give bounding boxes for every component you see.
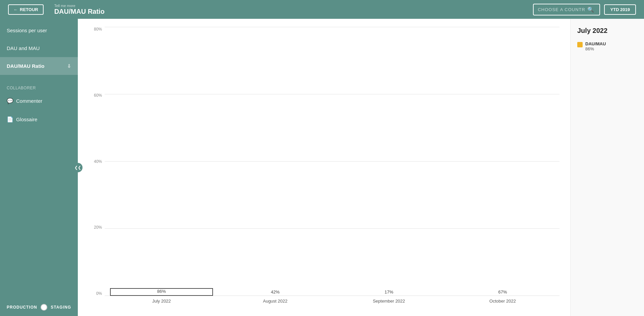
sidebar-item-label: DAU and MAU xyxy=(7,45,40,51)
y-label-20: 20% xyxy=(89,225,105,230)
search-icon: 🔍 xyxy=(587,6,594,13)
legend-period: July 2022 xyxy=(577,27,637,35)
retour-label: RETOUR xyxy=(20,7,38,12)
ytd-button[interactable]: YTD 2019 xyxy=(604,4,636,15)
sidebar-item-sessions-per-user[interactable]: Sessions per user xyxy=(0,21,78,39)
env-toggle[interactable] xyxy=(41,304,48,311)
sidebar-bottom: PRODUCTION STAGING xyxy=(0,299,78,316)
bars-row: 86%42%17%67% xyxy=(105,27,559,296)
y-label-80: 80% xyxy=(89,27,105,32)
comment-icon: 💬 xyxy=(7,98,13,104)
legend-panel: July 2022 DAU/MAU 86% xyxy=(570,19,644,316)
arrow-left-icon: ← xyxy=(13,7,18,12)
sidebar-item-label: Commenter xyxy=(16,98,42,104)
x-label-3: October 2022 xyxy=(446,296,559,308)
header-title: DAU/MAU Ratio xyxy=(54,8,533,15)
share-icon: ⇩ xyxy=(67,63,71,69)
country-search-input[interactable] xyxy=(538,7,585,12)
book-icon: 📄 xyxy=(7,116,13,123)
chart-area: 0% 20% 40% 60% 80% xyxy=(78,19,570,316)
chart-container: 0% 20% 40% 60% 80% xyxy=(89,27,559,308)
header-right: 🔍 YTD 2019 xyxy=(533,4,636,15)
production-label: PRODUCTION xyxy=(7,305,37,310)
bar-group-july-2022[interactable]: 86% xyxy=(105,27,218,296)
legend-item: DAU/MAU 86% xyxy=(577,41,637,51)
bar-label-top: 67% xyxy=(498,289,507,295)
y-label-0: 0% xyxy=(89,291,105,296)
chart-inner: 0% 20% 40% 60% 80% xyxy=(89,27,559,308)
sidebar-item-dau-mau-ratio[interactable]: DAU/MAU Ratio ⇩ xyxy=(0,57,78,75)
main-layout: Sessions per user DAU and MAU DAU/MAU Ra… xyxy=(0,19,644,316)
staging-label: STAGING xyxy=(51,305,71,310)
sidebar-item-label: DAU/MAU Ratio xyxy=(7,63,45,69)
bar-group-october-2022[interactable]: 67% xyxy=(446,27,559,296)
x-labels: July 2022August 2022September 2022Octobe… xyxy=(105,296,559,308)
sidebar-item-glossaire[interactable]: 📄 Glossaire xyxy=(0,110,78,129)
x-label-2: September 2022 xyxy=(332,296,446,308)
x-label-0: July 2022 xyxy=(105,296,218,308)
legend-color-box xyxy=(577,42,583,47)
header-title-group: Tell me more DAU/MAU Ratio xyxy=(54,4,533,15)
legend-metric-name: DAU/MAU xyxy=(585,41,606,46)
header: ← RETOUR Tell me more DAU/MAU Ratio 🔍 YT… xyxy=(0,0,644,19)
bar-label-top: 17% xyxy=(384,289,393,295)
bar-label-top: 42% xyxy=(271,289,279,295)
sidebar-item-commenter[interactable]: 💬 Commenter xyxy=(0,92,78,110)
sidebar-collapse-button[interactable]: ❮❮ xyxy=(73,163,83,172)
y-label-40: 40% xyxy=(89,159,105,164)
sidebar-section-label: Collaborer xyxy=(0,83,78,92)
bar-group-august-2022[interactable]: 42% xyxy=(218,27,332,296)
y-axis: 0% 20% 40% 60% 80% xyxy=(89,27,105,308)
legend-text: DAU/MAU 86% xyxy=(585,41,606,51)
bar-label-top: 86% xyxy=(157,289,166,294)
sidebar: Sessions per user DAU and MAU DAU/MAU Ra… xyxy=(0,19,78,316)
chart-plot: 86%42%17%67% July 2022August 2022Septemb… xyxy=(105,27,559,308)
sidebar-item-dau-and-mau[interactable]: DAU and MAU xyxy=(0,39,78,57)
legend-metric-value: 86% xyxy=(585,46,606,51)
bar-group-september-2022[interactable]: 17% xyxy=(332,27,446,296)
sidebar-item-label: Sessions per user xyxy=(7,28,47,33)
y-label-60: 60% xyxy=(89,93,105,98)
x-label-1: August 2022 xyxy=(218,296,332,308)
retour-button[interactable]: ← RETOUR xyxy=(8,4,44,15)
header-subtitle: Tell me more xyxy=(54,4,533,8)
country-search-box[interactable]: 🔍 xyxy=(533,4,600,15)
sidebar-item-label: Glossaire xyxy=(16,117,37,122)
